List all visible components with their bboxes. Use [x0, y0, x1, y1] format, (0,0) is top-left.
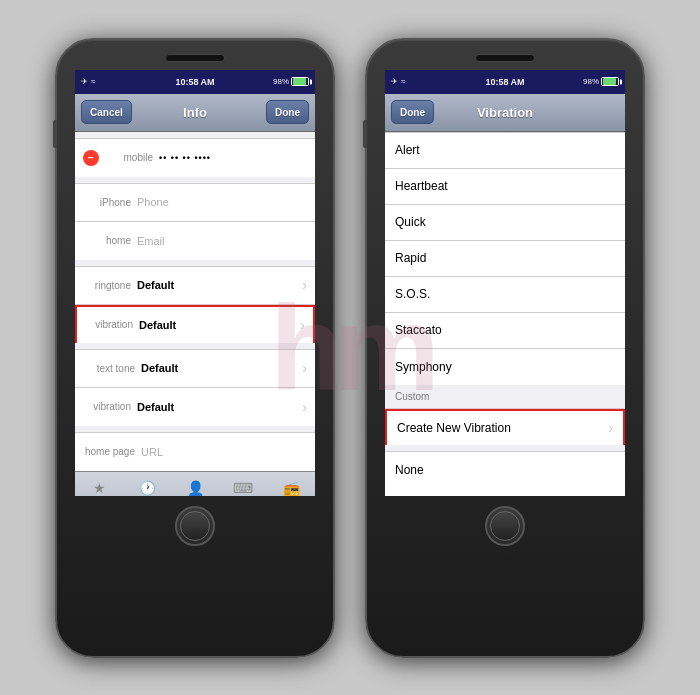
- placeholder-url: URL: [141, 446, 163, 458]
- vib-row-rapid[interactable]: Rapid: [385, 241, 625, 277]
- done-button-right[interactable]: Done: [391, 100, 434, 124]
- placeholder-phone: Phone: [137, 196, 169, 208]
- arrow-ringtone: ›: [302, 277, 307, 293]
- group-none: None: [385, 451, 625, 488]
- voicemail-icon: 📻: [283, 481, 300, 495]
- phone-left: ✈ ≈ 10:58 AM 98% Cancel Info Done −: [55, 38, 335, 658]
- tab-contacts[interactable]: 👤 Contacts: [171, 472, 219, 496]
- value-vibration-2: Default: [137, 401, 174, 413]
- screen-right: ✈ ≈ 10:58 AM 98% Done Vibration Alert: [385, 70, 625, 496]
- speaker-right: [475, 54, 535, 62]
- recents-icon: 🕐: [139, 481, 156, 495]
- favorites-icon: ★: [93, 481, 106, 495]
- vib-row-create-new[interactable]: Create New Vibration ›: [385, 409, 625, 445]
- nav-title-right: Vibration: [477, 105, 533, 120]
- home-button-inner-right: [490, 511, 520, 541]
- status-right-left: 98%: [273, 77, 309, 86]
- battery-percent-left: 98%: [273, 77, 289, 86]
- status-time-right: 10:58 AM: [485, 77, 524, 87]
- label-vibration-1: vibration: [85, 319, 133, 330]
- vib-row-staccato[interactable]: Staccato: [385, 313, 625, 349]
- arrow-vibration-1: ›: [300, 317, 305, 333]
- label-vibration-2: vibration: [83, 401, 131, 412]
- row-homepage[interactable]: home page URL: [75, 433, 315, 471]
- airplane-icon-right: ✈: [391, 77, 398, 86]
- vib-row-symphony[interactable]: Symphony: [385, 349, 625, 385]
- row-iphone[interactable]: iPhone Phone: [75, 184, 315, 222]
- tab-bar-left: ★ Favorites 🕐 Recents 👤 Contacts ⌨ Keypa…: [75, 471, 315, 496]
- airplane-icon: ✈: [81, 77, 88, 86]
- label-mobile: mobile: [105, 152, 153, 163]
- vib-label-heartbeat: Heartbeat: [395, 179, 448, 193]
- group-mobile: − mobile •• •• •• ••••: [75, 138, 315, 177]
- row-ringtone[interactable]: ringtone Default ›: [75, 267, 315, 305]
- label-ringtone: ringtone: [83, 280, 131, 291]
- vib-label-symphony: Symphony: [395, 360, 452, 374]
- value-ringtone: Default: [137, 279, 174, 291]
- custom-section-header: Custom: [385, 385, 625, 409]
- row-home-email[interactable]: home Email: [75, 222, 315, 260]
- custom-section-label: Custom: [395, 391, 429, 402]
- group-ringtone-vibration: ringtone Default › vibration Default ›: [75, 266, 315, 343]
- vib-label-quick: Quick: [395, 215, 426, 229]
- arrow-texttone: ›: [302, 360, 307, 376]
- label-texttone: text tone: [83, 363, 135, 374]
- status-time-left: 10:58 AM: [175, 77, 214, 87]
- row-texttone[interactable]: text tone Default ›: [75, 350, 315, 388]
- group-custom: Create New Vibration ›: [385, 409, 625, 445]
- value-texttone: Default: [141, 362, 178, 374]
- vib-label-rapid: Rapid: [395, 251, 426, 265]
- vib-row-alert[interactable]: Alert: [385, 133, 625, 169]
- battery-fill-right: [603, 78, 617, 85]
- label-homepage: home page: [83, 446, 135, 457]
- nav-title-left: Info: [183, 105, 207, 120]
- vib-label-none: None: [395, 463, 424, 477]
- group-homepage: home page URL: [75, 432, 315, 471]
- status-right-right: 98%: [583, 77, 619, 86]
- label-home-email: home: [83, 235, 131, 246]
- nav-bar-left: Cancel Info Done: [75, 94, 315, 132]
- wifi-icon-right: ≈: [401, 77, 405, 86]
- screen-left: ✈ ≈ 10:58 AM 98% Cancel Info Done −: [75, 70, 315, 496]
- screen-content-left: − mobile •• •• •• •••• iPhone Phone home…: [75, 132, 315, 471]
- vib-label-staccato: Staccato: [395, 323, 442, 337]
- delete-mobile-btn[interactable]: −: [83, 150, 99, 166]
- vib-label-create-new: Create New Vibration: [397, 421, 511, 435]
- group-vibration-list: Alert Heartbeat Quick Rapid S.O.S. Stacc…: [385, 132, 625, 385]
- tab-keypad[interactable]: ⌨ Keypad: [219, 472, 267, 496]
- vib-row-none[interactable]: None: [385, 452, 625, 488]
- battery-icon-right: [601, 77, 619, 86]
- row-mobile[interactable]: − mobile •• •• •• ••••: [75, 139, 315, 177]
- nav-bar-right: Done Vibration: [385, 94, 625, 132]
- vib-row-quick[interactable]: Quick: [385, 205, 625, 241]
- screen-content-right: Alert Heartbeat Quick Rapid S.O.S. Stacc…: [385, 132, 625, 488]
- battery-percent-right: 98%: [583, 77, 599, 86]
- wifi-icon: ≈: [91, 77, 95, 86]
- done-button-left[interactable]: Done: [266, 100, 309, 124]
- home-button-inner-left: [180, 511, 210, 541]
- tab-recents[interactable]: 🕐 Recents: [123, 472, 171, 496]
- tab-favorites[interactable]: ★ Favorites: [75, 472, 123, 496]
- contacts-icon: 👤: [187, 481, 204, 495]
- status-bar-right: ✈ ≈ 10:58 AM 98%: [385, 70, 625, 94]
- home-button-left[interactable]: [175, 506, 215, 546]
- placeholder-email: Email: [137, 235, 165, 247]
- speaker-left: [165, 54, 225, 62]
- group-texttone-vibration2: text tone Default › vibration Default ›: [75, 349, 315, 426]
- group-phone-email: iPhone Phone home Email: [75, 183, 315, 260]
- battery-icon-left: [291, 77, 309, 86]
- row-vibration-2[interactable]: vibration Default ›: [75, 388, 315, 426]
- home-button-right[interactable]: [485, 506, 525, 546]
- row-vibration-1[interactable]: vibration Default ›: [75, 305, 315, 343]
- vib-label-sos: S.O.S.: [395, 287, 430, 301]
- keypad-icon: ⌨: [233, 481, 253, 495]
- tab-voicemail[interactable]: 📻 Voicemail: [267, 472, 315, 496]
- status-bar-left: ✈ ≈ 10:58 AM 98%: [75, 70, 315, 94]
- value-mobile: •• •• •• ••••: [159, 153, 211, 163]
- cancel-button[interactable]: Cancel: [81, 100, 132, 124]
- label-iphone: iPhone: [83, 197, 131, 208]
- vib-row-heartbeat[interactable]: Heartbeat: [385, 169, 625, 205]
- arrow-create-new: ›: [608, 420, 613, 436]
- status-left-icons: ✈ ≈: [81, 77, 95, 86]
- vib-row-sos[interactable]: S.O.S.: [385, 277, 625, 313]
